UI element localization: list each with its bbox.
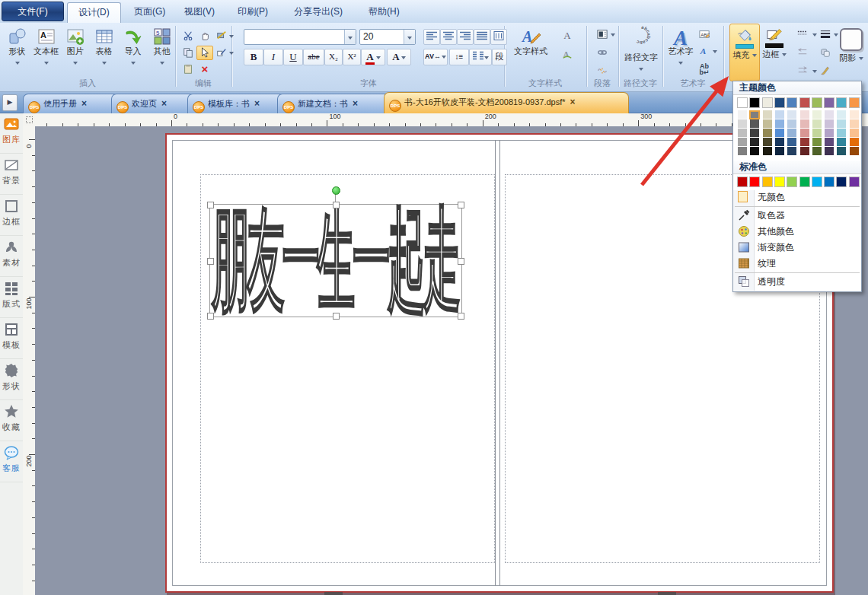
doc-tab-close-icon[interactable]: × <box>353 94 358 113</box>
theme-tint-swatch[interactable] <box>787 110 797 119</box>
menu-tab-share-export[interactable]: 分享导出(S) <box>283 2 353 21</box>
menu-tab-design[interactable]: 设计(D) <box>67 2 121 23</box>
theme-tint-swatch[interactable] <box>737 110 748 119</box>
align-center-button[interactable] <box>440 29 457 45</box>
sidebar-item-template[interactable]: 模板 <box>0 318 23 359</box>
text-style-a1-button[interactable]: A <box>559 29 576 43</box>
theme-tint-swatch[interactable] <box>812 138 822 147</box>
color-menu-item-no-color[interactable]: 无颜色 <box>733 189 861 205</box>
char-border-button[interactable]: A <box>387 49 411 65</box>
theme-tint-swatch[interactable] <box>836 147 847 156</box>
theme-tint-swatch[interactable] <box>849 119 860 129</box>
sidebar-item-service[interactable]: 客服 <box>0 441 23 482</box>
theme-tint-swatch[interactable] <box>799 110 810 119</box>
underline-button[interactable]: U <box>283 49 303 65</box>
paragraph-dialog-button[interactable]: 段 <box>492 49 507 65</box>
font-name-combobox[interactable] <box>244 29 356 45</box>
theme-tint-swatch[interactable] <box>787 119 797 129</box>
menu-tab-help[interactable]: 帮助(H) <box>358 2 410 21</box>
color-menu-item-texture[interactable]: 纹理 <box>733 256 861 272</box>
theme-tint-swatch[interactable] <box>836 119 847 129</box>
theme-tint-swatch[interactable] <box>749 119 760 129</box>
edit-points-button[interactable] <box>213 46 230 60</box>
wordart-orientation-button[interactable]: Abb↵ <box>696 62 713 77</box>
menu-tab-page[interactable]: 页面(G) <box>123 2 176 21</box>
theme-color-swatch[interactable] <box>762 97 773 108</box>
italic-button[interactable]: I <box>263 49 283 65</box>
path-text-button[interactable]: abcabcabc 路径文字 <box>623 24 659 75</box>
theme-color-swatch[interactable] <box>799 97 810 108</box>
menu-tab-view[interactable]: 视图(V) <box>174 2 225 21</box>
resize-handle-s[interactable] <box>333 313 340 320</box>
arrow-end-button[interactable] <box>792 64 813 78</box>
align-right-button[interactable] <box>457 29 474 45</box>
resize-handle-w[interactable] <box>207 258 214 265</box>
insert-picture-button[interactable]: 图片 <box>61 24 89 75</box>
doc-tab-4[interactable]: DPS书-大16开软皮平装-文档200819-0937.dpsf*× <box>384 92 629 113</box>
theme-tint-swatch[interactable] <box>799 129 810 138</box>
standard-color-swatch[interactable] <box>824 177 834 187</box>
resize-handle-nw[interactable] <box>207 202 214 208</box>
line-spacing-button[interactable]: ↕≡ <box>449 49 469 65</box>
columns-button[interactable] <box>469 49 492 65</box>
font-size-dropdown[interactable] <box>404 30 415 44</box>
standard-color-swatch[interactable] <box>749 177 760 187</box>
color-menu-item-transparency[interactable]: 透明度 <box>733 274 861 290</box>
theme-color-swatch[interactable] <box>737 97 748 108</box>
wordart-edit-text-button[interactable]: ABC <box>696 27 713 42</box>
arrow-start-button[interactable] <box>792 46 813 60</box>
theme-color-swatch[interactable] <box>749 97 760 108</box>
theme-color-swatch[interactable] <box>824 97 834 108</box>
color-menu-item-eyedropper[interactable]: 取色器 <box>733 208 861 224</box>
standard-color-swatch[interactable] <box>737 177 748 187</box>
wordart-selection[interactable]: 朋友一生一起走 <box>209 204 462 317</box>
vertical-text-button[interactable] <box>490 29 507 45</box>
insert-shapes-button[interactable]: 形状 <box>3 24 31 75</box>
theme-color-swatch[interactable] <box>774 97 785 108</box>
sidebar-item-shape[interactable]: 形状 <box>0 359 23 400</box>
theme-tint-swatch[interactable] <box>824 138 834 147</box>
align-justify-button[interactable] <box>474 29 490 45</box>
theme-tint-swatch[interactable] <box>737 138 748 147</box>
theme-tint-swatch[interactable] <box>749 138 760 147</box>
theme-tint-swatch[interactable] <box>749 129 760 138</box>
tab-expander-icon[interactable]: ▶ <box>2 94 18 111</box>
wordart-style-button[interactable]: A <box>696 44 713 59</box>
theme-tint-swatch[interactable] <box>762 129 773 138</box>
shadow-button[interactable]: 阴影 <box>836 24 866 80</box>
insert-table-button[interactable]: 表格 <box>90 24 118 75</box>
text-style-button[interactable]: A 文字样式 <box>509 24 553 75</box>
wordart-button[interactable]: A 艺术字 <box>667 24 694 75</box>
theme-tint-swatch[interactable] <box>762 147 773 156</box>
doc-tab-2[interactable]: DPS模板库：书× <box>187 94 285 113</box>
cut-button[interactable] <box>180 29 196 43</box>
font-name-dropdown[interactable] <box>344 30 356 44</box>
menu-tab-print[interactable]: 印刷(P) <box>227 2 279 21</box>
brush-button[interactable] <box>816 64 834 78</box>
sidebar-item-material[interactable]: 素材 <box>0 236 23 277</box>
theme-tint-swatch[interactable] <box>749 147 760 156</box>
sidebar-item-gallery[interactable]: 图库 <box>0 113 23 154</box>
doc-tab-close-icon[interactable]: × <box>81 94 87 113</box>
color-menu-item-palette[interactable]: 其他颜色 <box>733 224 861 240</box>
theme-tint-swatch[interactable] <box>812 129 822 138</box>
theme-tint-swatch[interactable] <box>812 147 822 156</box>
doc-tab-1[interactable]: DPS欢迎页× <box>111 94 195 113</box>
link-textboxes-button[interactable] <box>594 46 611 60</box>
border-button[interactable]: 边框 <box>760 24 789 80</box>
sidebar-item-layout[interactable]: 版式 <box>0 277 23 318</box>
format-brush-button[interactable] <box>213 29 230 43</box>
align-left-button[interactable] <box>423 29 440 45</box>
theme-color-swatch[interactable] <box>787 97 797 108</box>
theme-tint-swatch[interactable] <box>762 119 773 129</box>
theme-tint-swatch[interactable] <box>737 147 748 156</box>
theme-tint-swatch[interactable] <box>774 129 785 138</box>
theme-tint-swatch[interactable] <box>787 147 797 156</box>
theme-tint-swatch[interactable] <box>799 147 810 156</box>
delete-button[interactable]: × <box>196 62 213 77</box>
theme-tint-swatch[interactable] <box>812 110 822 119</box>
insert-import-button[interactable]: 导入 <box>119 24 147 75</box>
standard-color-swatch[interactable] <box>799 177 810 187</box>
theme-tint-swatch[interactable] <box>774 110 785 119</box>
standard-color-swatch[interactable] <box>849 177 860 187</box>
